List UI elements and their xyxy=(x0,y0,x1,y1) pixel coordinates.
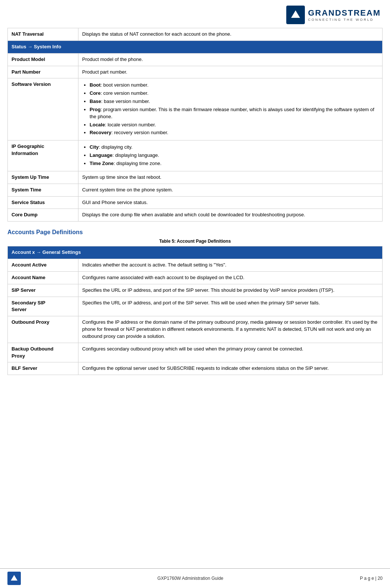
logo-sub-text: CONNECTING THE WORLD xyxy=(308,18,381,22)
page-footer: GXP1760W Administration Guide P a g e | … xyxy=(0,568,390,588)
page-header: GRANDSTREAM CONNECTING THE WORLD xyxy=(7,4,383,28)
row-label: Software Version xyxy=(8,78,78,140)
row-label: NAT Traversal xyxy=(8,28,78,41)
row-label: Core Dump xyxy=(8,209,78,222)
row-label: Outbound Proxy xyxy=(8,316,78,343)
table-row: Outbound ProxyConfigures the IP address … xyxy=(8,316,383,343)
row-desc: Configures secondary outbound proxy whic… xyxy=(78,343,383,362)
table-row: Product ModelProduct model of the phone. xyxy=(8,53,383,66)
table-caption: Table 5: Account Page Definitions xyxy=(7,239,383,244)
row-label: Account Active xyxy=(8,259,78,272)
row-desc: System up time since the last reboot. xyxy=(78,171,383,184)
row-desc: Indicates whether the account is active.… xyxy=(78,259,383,272)
row-desc: Configures name associated with each acc… xyxy=(78,271,383,284)
list-item: Locale: locale version number. xyxy=(90,122,378,129)
table-row: Secondary SIP ServerSpecifies the URL or… xyxy=(8,297,383,316)
row-desc: GUI and Phone service status. xyxy=(78,196,383,209)
row-label: Product Model xyxy=(8,53,78,66)
logo-area: GRANDSTREAM CONNECTING THE WORLD xyxy=(286,6,381,24)
table-row: NAT TraversalDisplays the status of NAT … xyxy=(8,28,383,41)
footer-logo xyxy=(7,572,21,585)
list-item: Boot: boot version number. xyxy=(90,82,378,89)
row-desc: Current system time on the phone system. xyxy=(78,184,383,196)
accounts-section-title: Accounts Page Definitions xyxy=(7,229,383,236)
logo-main-text: GRANDSTREAM xyxy=(308,8,381,18)
row-label: IP Geographic Information xyxy=(8,140,78,171)
list-item: Core: core version number. xyxy=(90,90,378,97)
table-row: BLF ServerConfigures the optional server… xyxy=(8,362,383,375)
table-row: Backup Outbound ProxyConfigures secondar… xyxy=(8,343,383,362)
logo-text: GRANDSTREAM CONNECTING THE WORLD xyxy=(308,8,381,22)
row-label: System Up Time xyxy=(8,171,78,184)
list-item: Recovery: recovery version number. xyxy=(90,129,378,136)
row-label: Secondary SIP Server xyxy=(8,297,78,316)
row-label: Part Number xyxy=(8,66,78,78)
row-label: System Time xyxy=(8,184,78,196)
list-item: City: displaying city. xyxy=(90,144,378,151)
list-item: Language: displaying language. xyxy=(90,152,378,159)
table-row: System Up TimeSystem up time since the l… xyxy=(8,171,383,184)
accounts-table: Account x → General SettingsAccount Acti… xyxy=(7,246,383,375)
list-item: Base: base version number. xyxy=(90,98,378,105)
row-desc: Product model of the phone. xyxy=(78,53,383,66)
row-label: BLF Server xyxy=(8,362,78,375)
status-table: NAT TraversalDisplays the status of NAT … xyxy=(7,28,383,222)
section-header-cell: Account x → General Settings xyxy=(8,246,383,259)
row-desc: Displays the status of NAT connection fo… xyxy=(78,28,383,41)
row-label: Service Status xyxy=(8,196,78,209)
row-label: Account Name xyxy=(8,271,78,284)
svg-marker-0 xyxy=(291,10,300,18)
row-label: SIP Server xyxy=(8,284,78,297)
row-desc: Configures the IP address or the domain … xyxy=(78,316,383,343)
table-row: Software VersionBoot: boot version numbe… xyxy=(8,78,383,140)
row-label: Backup Outbound Proxy xyxy=(8,343,78,362)
table-row: Account x → General Settings xyxy=(8,246,383,259)
table-row: Service StatusGUI and Phone service stat… xyxy=(8,196,383,209)
table-row: Part NumberProduct part number. xyxy=(8,66,383,78)
row-desc: Displays the core dump file when availab… xyxy=(78,209,383,222)
footer-center-text: GXP1760W Administration Guide xyxy=(157,576,223,581)
table-row: Core DumpDisplays the core dump file whe… xyxy=(8,209,383,222)
table-row: Account NameConfigures name associated w… xyxy=(8,271,383,284)
list-item: Time Zone: displaying time zone. xyxy=(90,160,378,167)
table-row: Account ActiveIndicates whether the acco… xyxy=(8,259,383,272)
logo-icon xyxy=(286,6,305,24)
svg-marker-1 xyxy=(11,575,17,581)
section-header-cell: Status → System Info xyxy=(8,41,383,53)
row-desc: Specifies the URL or IP address, and por… xyxy=(78,297,383,316)
row-desc: Boot: boot version number.Core: core ver… xyxy=(78,78,383,140)
table-row: System TimeCurrent system time on the ph… xyxy=(8,184,383,196)
row-desc: Product part number. xyxy=(78,66,383,78)
table-row: SIP ServerSpecifies the URL or IP addres… xyxy=(8,284,383,297)
row-desc: Configures the optional server used for … xyxy=(78,362,383,375)
table-row: IP Geographic InformationCity: displayin… xyxy=(8,140,383,171)
table-row: Status → System Info xyxy=(8,41,383,53)
row-desc: Specifies the URL or IP address, and por… xyxy=(78,284,383,297)
row-desc: City: displaying city.Language: displayi… xyxy=(78,140,383,171)
footer-page-number: P a g e | 20 xyxy=(360,576,383,581)
list-item: Prog: program version number. This is th… xyxy=(90,106,378,120)
